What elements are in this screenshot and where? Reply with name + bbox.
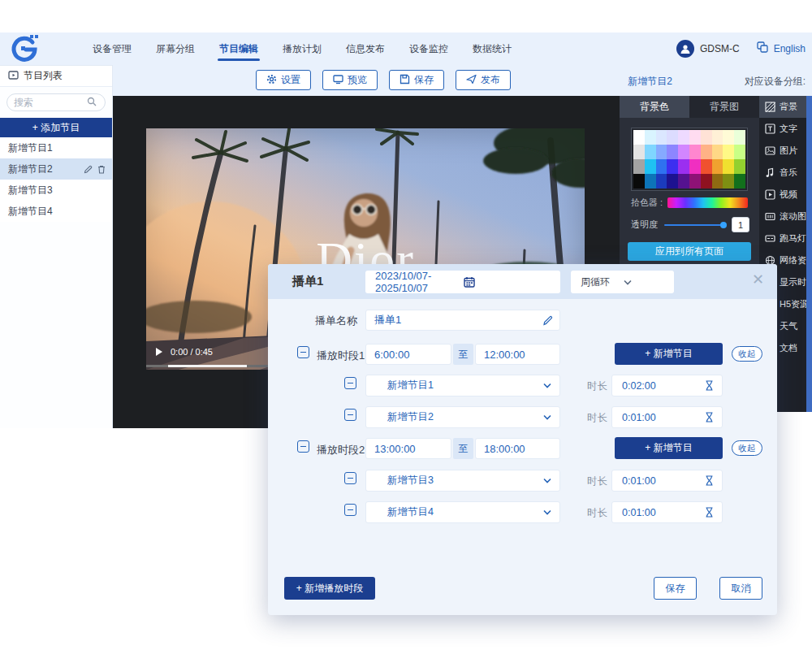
program-2-duration-input[interactable]: 0:01:00 bbox=[611, 406, 723, 428]
repeat-mode-select[interactable]: 周循环 bbox=[571, 271, 674, 293]
date-range-input[interactable]: 2023/10/07-2025/10/07 bbox=[365, 271, 560, 293]
preview-button[interactable]: 预览 bbox=[322, 70, 378, 90]
palette-swatch[interactable] bbox=[633, 145, 645, 159]
palette-swatch[interactable] bbox=[678, 145, 689, 159]
collapse-slot-2-button[interactable]: 收起 bbox=[732, 440, 762, 456]
tab-background-image[interactable]: 背景图 bbox=[689, 96, 759, 118]
palette-swatch[interactable] bbox=[689, 145, 701, 159]
palette-swatch[interactable] bbox=[656, 174, 667, 188]
palette-swatch[interactable] bbox=[689, 130, 701, 145]
search-input[interactable] bbox=[14, 97, 87, 108]
palette-swatch[interactable] bbox=[701, 145, 712, 159]
user-name[interactable]: GDSM-C bbox=[700, 43, 740, 54]
sidebar-item-program-3[interactable]: 新增节目3 bbox=[0, 180, 112, 201]
delete-trash-icon[interactable] bbox=[97, 165, 106, 174]
palette-swatch[interactable] bbox=[712, 145, 723, 159]
palette-swatch[interactable] bbox=[667, 130, 678, 145]
save-button[interactable]: 保存 bbox=[389, 70, 444, 90]
palette-swatch[interactable] bbox=[667, 145, 678, 159]
sidebar-item-program-1[interactable]: 新增节目1 bbox=[0, 137, 112, 158]
calendar-icon[interactable] bbox=[464, 276, 552, 288]
nav-item-screen-groups[interactable]: 屏幕分组 bbox=[154, 32, 197, 66]
language-switch[interactable]: English bbox=[774, 43, 806, 54]
add-slot-button[interactable]: + 新增播放时段 bbox=[284, 577, 375, 600]
palette-swatch[interactable] bbox=[723, 159, 734, 174]
palette-swatch[interactable] bbox=[712, 174, 723, 188]
palette-swatch[interactable] bbox=[656, 159, 667, 174]
palette-swatch[interactable] bbox=[734, 130, 745, 145]
opacity-slider[interactable] bbox=[664, 224, 725, 226]
hourglass-icon[interactable] bbox=[705, 475, 714, 486]
hourglass-icon[interactable] bbox=[705, 380, 714, 391]
play-icon[interactable] bbox=[156, 348, 162, 356]
remove-slot-button[interactable] bbox=[297, 346, 309, 358]
program-1-duration-input[interactable]: 0:02:00 bbox=[611, 375, 723, 396]
add-program-to-slot-2-button[interactable]: + 新增节目 bbox=[615, 437, 723, 459]
palette-swatch[interactable] bbox=[656, 130, 667, 145]
palette-swatch[interactable] bbox=[712, 130, 723, 145]
tool-video[interactable]: 视频 bbox=[759, 184, 806, 206]
sidebar-item-program-4[interactable]: 新增节目4 bbox=[0, 201, 112, 222]
palette-swatch[interactable] bbox=[678, 174, 689, 188]
palette-swatch[interactable] bbox=[734, 145, 745, 159]
palette-swatch[interactable] bbox=[667, 174, 678, 188]
hourglass-icon[interactable] bbox=[705, 507, 714, 518]
add-program-button[interactable]: + 添加节目 bbox=[0, 118, 112, 137]
palette-swatch[interactable] bbox=[723, 130, 734, 145]
palette-swatch[interactable] bbox=[645, 130, 656, 145]
modal-save-button[interactable]: 保存 bbox=[654, 577, 697, 600]
program-select-2[interactable]: 新增节目2 bbox=[365, 406, 560, 428]
publish-button[interactable]: 发布 bbox=[456, 70, 511, 90]
nav-item-device-management[interactable]: 设备管理 bbox=[91, 32, 133, 66]
palette-swatch[interactable] bbox=[645, 145, 656, 159]
program-select-1[interactable]: 新增节目1 bbox=[365, 375, 560, 396]
palette-swatch[interactable] bbox=[734, 174, 745, 188]
palette-swatch[interactable] bbox=[645, 159, 656, 174]
palette-swatch[interactable] bbox=[645, 174, 656, 188]
nav-item-device-monitor[interactable]: 设备监控 bbox=[408, 32, 450, 66]
palette-swatch[interactable] bbox=[633, 174, 645, 188]
nav-item-play-schedule[interactable]: 播放计划 bbox=[281, 32, 323, 66]
slot-1-end-input[interactable]: 12:00:00 bbox=[475, 344, 560, 365]
program-select-3[interactable]: 新增节目3 bbox=[365, 470, 560, 492]
slot-2-end-input[interactable]: 18:00:00 bbox=[475, 438, 560, 459]
slot-2-start-input[interactable]: 13:00:00 bbox=[365, 438, 451, 459]
palette-swatch[interactable] bbox=[633, 130, 645, 145]
toolstrip-scrollbar[interactable] bbox=[806, 96, 812, 412]
palette-swatch[interactable] bbox=[633, 159, 645, 174]
remove-slot-button[interactable] bbox=[297, 440, 309, 453]
nav-item-data-statistics[interactable]: 数据统计 bbox=[471, 32, 513, 66]
nav-item-info-publish[interactable]: 信息发布 bbox=[344, 32, 387, 66]
remove-program-button[interactable] bbox=[344, 504, 356, 516]
settings-button[interactable]: 设置 bbox=[256, 70, 311, 90]
color-picker-gradient[interactable] bbox=[667, 197, 748, 208]
program-4-duration-input[interactable]: 0:01:00 bbox=[611, 501, 723, 523]
palette-swatch[interactable] bbox=[678, 159, 689, 174]
palette-swatch[interactable] bbox=[678, 130, 689, 145]
tool-image[interactable]: 图片 bbox=[759, 140, 806, 162]
user-avatar[interactable] bbox=[676, 40, 694, 58]
search-icon[interactable] bbox=[87, 95, 97, 110]
sidebar-item-program-2[interactable]: 新增节目2 bbox=[0, 158, 112, 180]
nav-item-program-edit[interactable]: 节目编辑 bbox=[218, 32, 260, 66]
palette-swatch[interactable] bbox=[701, 159, 712, 174]
palette-swatch[interactable] bbox=[712, 159, 723, 174]
palette-swatch[interactable] bbox=[689, 159, 701, 174]
playlist-name-input[interactable]: 播单1 bbox=[365, 310, 560, 331]
remove-program-button[interactable] bbox=[344, 377, 356, 389]
close-icon[interactable]: ✕ bbox=[752, 272, 764, 287]
program-select-4[interactable]: 新增节目4 bbox=[365, 501, 560, 523]
program-3-duration-input[interactable]: 0:01:00 bbox=[611, 470, 723, 492]
add-program-to-slot-1-button[interactable]: + 新增节目 bbox=[615, 343, 723, 365]
tab-background-color[interactable]: 背景色 bbox=[620, 96, 689, 118]
slot-1-start-input[interactable]: 6:00:00 bbox=[365, 344, 451, 365]
opacity-value[interactable]: 1 bbox=[732, 217, 749, 232]
palette-swatch[interactable] bbox=[667, 159, 678, 174]
remove-program-button[interactable] bbox=[344, 472, 356, 484]
apply-to-all-pages-button[interactable]: 应用到所有页面 bbox=[628, 242, 751, 261]
palette-swatch[interactable] bbox=[734, 159, 745, 174]
tool-music[interactable]: 音乐 bbox=[759, 162, 806, 184]
edit-pencil-icon[interactable] bbox=[542, 315, 553, 326]
palette-swatch[interactable] bbox=[701, 130, 712, 145]
modal-cancel-button[interactable]: 取消 bbox=[719, 577, 762, 600]
